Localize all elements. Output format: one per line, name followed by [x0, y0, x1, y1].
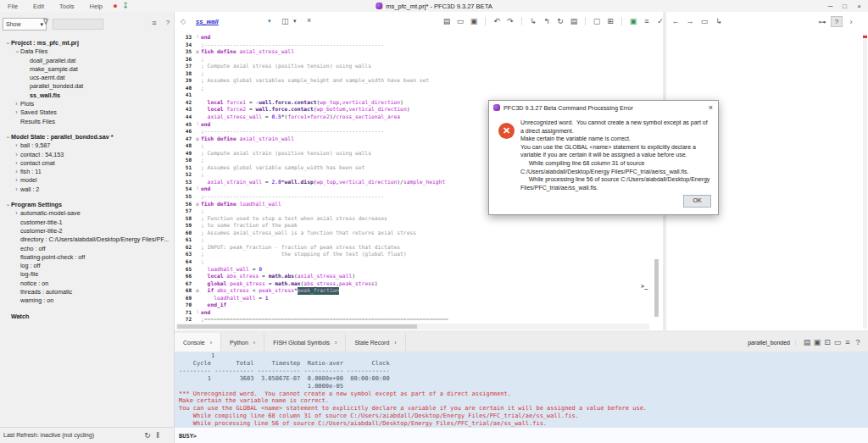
- tree-item[interactable]: ›fish : 11: [0, 168, 174, 176]
- panel-options-icon[interactable]: ≡: [149, 18, 159, 28]
- split-dropdown-icon[interactable]: ▾: [293, 18, 297, 25]
- minimize-button[interactable]: ─: [823, 3, 837, 10]
- tree-item[interactable]: make_sample.dat: [0, 65, 174, 74]
- split-view-icon[interactable]: ◫: [281, 17, 289, 25]
- secondary-scrollbar[interactable]: [863, 34, 867, 329]
- console-input[interactable]: BUSY>: [175, 428, 868, 443]
- tree-item[interactable]: warning : on: [0, 296, 174, 305]
- export-document-icon[interactable]: ▣: [628, 16, 638, 26]
- tree-item[interactable]: ›Model State : parallel_bonded.sav *: [0, 133, 174, 141]
- refresh-icon[interactable]: ↻: [142, 430, 153, 440]
- expand-icon[interactable]: ›: [846, 17, 856, 27]
- pin-icon[interactable]: ⊶: [817, 17, 827, 27]
- tree-item[interactable]: echo : off: [0, 245, 174, 253]
- tree-item[interactable]: directory : C:/Users/aiabdall/Desktop/En…: [0, 235, 174, 244]
- show-dropdown[interactable]: Show ▾: [3, 18, 47, 30]
- close-button[interactable]: ×: [852, 3, 866, 10]
- code-line[interactable]: 69 loadhalt_wall = 1: [175, 295, 653, 302]
- console-tab-fish-global-symbols[interactable]: FISH Global Symbols›: [264, 333, 346, 352]
- menu-file[interactable]: File: [0, 3, 25, 10]
- fold-marker-icon[interactable]: ⊟: [194, 48, 201, 56]
- tree-arrow-icon[interactable]: ›: [13, 186, 20, 194]
- tab-ss-wall[interactable]: ss_wall: [196, 18, 219, 25]
- maximize-button[interactable]: □: [837, 3, 852, 10]
- edit-document-icon[interactable]: ▤: [569, 16, 579, 26]
- tree-arrow-icon[interactable]: ›: [13, 209, 20, 218]
- code-line[interactable]: 58; Function used to stop a test when ax…: [175, 215, 653, 223]
- tree-arrow-icon[interactable]: ›: [3, 202, 11, 209]
- fold-marker-icon[interactable]: ⊟: [194, 287, 201, 295]
- help-button[interactable]: ?: [831, 16, 843, 27]
- console-tab-python[interactable]: Python›: [221, 333, 264, 352]
- tree-item[interactable]: ›Data Files: [0, 47, 174, 56]
- tree-item[interactable]: ›Saved States: [0, 108, 174, 117]
- fold-marker-icon[interactable]: ⊟: [194, 201, 201, 208]
- code-line[interactable]: 68⊟ if abs_stress < peak_stress*peak_fra…: [175, 287, 653, 295]
- console-options-icon[interactable]: ≡: [843, 337, 853, 347]
- code-line[interactable]: 66 local abs_stress = math.abs(axial_str…: [175, 273, 653, 280]
- ok-button[interactable]: OK: [683, 195, 711, 208]
- tree-item[interactable]: ›ball : 9,587: [0, 141, 174, 150]
- code-line[interactable]: 71└end: [175, 309, 653, 317]
- tree-arrow-icon[interactable]: ›: [13, 100, 20, 108]
- menu-tools[interactable]: Tools: [52, 3, 82, 10]
- tree-item[interactable]: floating-point-check : off: [0, 253, 174, 262]
- tree-item[interactable]: doall_parallel.dat: [0, 57, 174, 65]
- console-help-icon[interactable]: ?: [853, 337, 863, 347]
- hscroll-thumb[interactable]: [177, 324, 417, 329]
- open-folder-icon[interactable]: ▭: [832, 337, 843, 347]
- tree-item[interactable]: parallel_bonded.dat: [0, 82, 174, 91]
- code-line[interactable]: 39; Assumes global variables sample_heig…: [175, 77, 653, 85]
- forward-icon[interactable]: →: [685, 16, 695, 26]
- tree-item[interactable]: ›Program Settings: [0, 201, 174, 209]
- console-output[interactable]: 1 Cycle Total Timestep Ratio-aver Clock-…: [175, 352, 868, 429]
- next-view-icon[interactable]: ⊞: [605, 16, 615, 26]
- tree-item[interactable]: ›Project : ms_pfc_mt.prj: [0, 39, 174, 47]
- tree-item[interactable]: ›Plots: [0, 100, 174, 108]
- code-line[interactable]: 67 global peak_stress = math.max(abs_str…: [175, 280, 653, 288]
- dialog-titlebar[interactable]: PFC3D 9.3.27 Beta Command Processing Err…: [489, 101, 718, 114]
- download-icon[interactable]: ↧: [120, 1, 131, 11]
- code-line[interactable]: 64;: [175, 258, 653, 266]
- code-line[interactable]: 37; Compute axial stress (positive tensi…: [175, 63, 653, 70]
- tree-item[interactable]: ›contact cmat: [0, 159, 174, 168]
- tab-close-icon[interactable]: ×: [307, 16, 311, 25]
- tree-item[interactable]: ucs-aemt.dat: [0, 74, 174, 82]
- execute-selection-icon[interactable]: ↰: [542, 16, 552, 26]
- tree-arrow-icon[interactable]: ›: [3, 134, 11, 141]
- tree-arrow-icon[interactable]: ›: [13, 176, 20, 185]
- tree-item[interactable]: log-file: [0, 270, 174, 279]
- dialog-close-icon[interactable]: ×: [709, 103, 713, 112]
- new-window-icon[interactable]: ▭: [699, 16, 709, 26]
- save-file-icon[interactable]: ▣: [469, 16, 479, 26]
- tree-item[interactable]: customer-title-2: [0, 227, 174, 235]
- tab-dropdown-icon[interactable]: ▾: [268, 18, 271, 25]
- tree-item[interactable]: ›model: [0, 176, 174, 185]
- tree-item[interactable]: Watch: [0, 313, 174, 321]
- tree-arrow-icon[interactable]: ›: [13, 159, 20, 168]
- navigate-icon[interactable]: ◇: [181, 18, 186, 25]
- pause-icon[interactable]: ‖: [153, 430, 163, 440]
- fold-marker-icon[interactable]: ⊟: [194, 136, 201, 143]
- tree-item[interactable]: threads : automatic: [0, 288, 174, 296]
- panel-help-icon[interactable]: ?: [163, 18, 173, 28]
- tree-item[interactable]: notice : on: [0, 280, 174, 288]
- redo-icon[interactable]: ↷: [505, 16, 515, 26]
- code-line[interactable]: 72;=====================================…: [175, 316, 653, 322]
- reload-file-icon[interactable]: ↻: [555, 16, 565, 26]
- back-icon[interactable]: ←: [670, 16, 681, 26]
- code-line[interactable]: 38;: [175, 70, 653, 78]
- code-line[interactable]: 36;: [175, 56, 653, 64]
- code-line[interactable]: 70 end_if: [175, 302, 653, 309]
- code-line[interactable]: 33└end: [175, 34, 653, 42]
- code-line[interactable]: 59; to some fraction of the peak: [175, 222, 653, 230]
- tree-arrow-icon[interactable]: ›: [12, 48, 20, 56]
- tree-arrow-icon[interactable]: ›: [13, 168, 20, 176]
- restore-state-icon[interactable]: ▤: [802, 337, 812, 347]
- editor-vscroll-thumb[interactable]: [654, 259, 659, 317]
- code-line[interactable]: 61;: [175, 236, 653, 244]
- tree-arrow-icon[interactable]: ›: [13, 151, 20, 159]
- record-icon[interactable]: ●: [110, 1, 120, 11]
- menu-help[interactable]: Help: [82, 3, 110, 10]
- copy-output-icon[interactable]: ⊡: [822, 337, 832, 347]
